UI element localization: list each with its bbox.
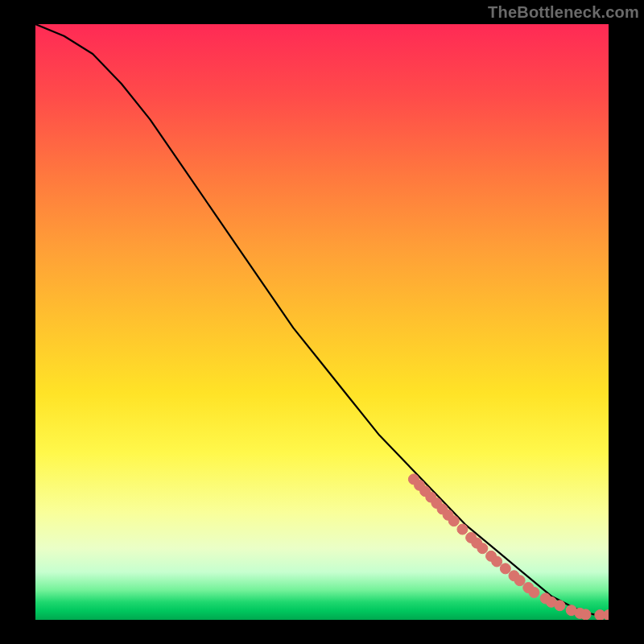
chart-plot-area xyxy=(35,24,609,620)
series-point xyxy=(514,576,525,586)
chart-svg xyxy=(35,24,609,620)
series-point xyxy=(500,564,510,574)
series-point xyxy=(529,587,539,597)
series-point xyxy=(555,601,565,611)
curve-group xyxy=(35,24,609,615)
bottleneck-curve xyxy=(35,24,609,615)
series-point xyxy=(492,556,502,567)
series-point xyxy=(477,543,488,554)
series-point xyxy=(580,609,591,620)
attribution-label: TheBottleneck.com xyxy=(488,3,639,22)
series-point xyxy=(448,516,459,526)
series-point xyxy=(457,524,468,535)
